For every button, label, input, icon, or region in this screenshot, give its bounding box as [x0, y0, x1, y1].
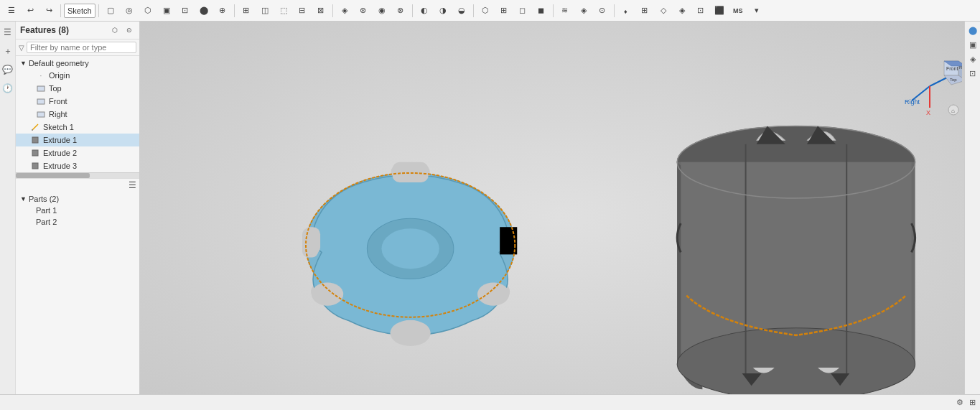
- tool-3[interactable]: ⬡: [139, 2, 157, 19]
- menu-btn[interactable]: ☰: [3, 2, 20, 19]
- scrollbar[interactable]: [16, 172, 139, 178]
- tool-7[interactable]: ⊕: [214, 2, 231, 19]
- undo-btn[interactable]: ↩: [22, 2, 39, 19]
- tool-10[interactable]: ⬚: [275, 2, 292, 19]
- divider-4: [332, 4, 333, 17]
- tool-2[interactable]: ◎: [121, 2, 138, 19]
- divider-2: [98, 4, 99, 17]
- filter-icon: ▽: [19, 44, 24, 52]
- tool-11[interactable]: ⊟: [294, 2, 311, 19]
- tree-item-part1[interactable]: Part 1: [16, 205, 139, 216]
- parts-section[interactable]: ▼ Parts (2): [16, 192, 139, 205]
- tree-item-extrude1[interactable]: Extrude 1: [16, 134, 139, 146]
- filter-input[interactable]: [27, 42, 136, 53]
- tool-26[interactable]: ⊙: [594, 2, 611, 19]
- tree-item-sketch1-label: Sketch 1: [43, 123, 74, 131]
- redo-btn[interactable]: ↪: [40, 2, 57, 19]
- tree-item-top[interactable]: Top: [16, 82, 139, 95]
- tool-30[interactable]: ◈: [673, 2, 691, 19]
- side-icon-add[interactable]: ＋: [1, 45, 14, 57]
- status-icon-2[interactable]: ⊞: [969, 398, 976, 407]
- status-bar: ⚙ ⊞: [0, 394, 980, 410]
- svg-text:Front: Front: [946, 66, 958, 71]
- divider-5: [412, 4, 413, 17]
- tool-13[interactable]: ◈: [336, 2, 353, 19]
- tool-24[interactable]: ≋: [556, 2, 574, 19]
- tree-item-extrude2[interactable]: Extrude 2: [16, 146, 139, 159]
- tool-33[interactable]: MS: [729, 2, 747, 19]
- plane-front-icon: [36, 96, 46, 106]
- svg-rect-6: [32, 163, 38, 169]
- tool-29[interactable]: ◇: [655, 2, 672, 19]
- tool-27[interactable]: ⬧: [617, 2, 635, 19]
- view-cube[interactable]: Z Right X Front Right Top: [897, 54, 962, 118]
- right-tool-2[interactable]: ▣: [967, 39, 979, 50]
- tree-item-extrude2-label: Extrude 2: [43, 149, 77, 157]
- tool-17[interactable]: ◐: [416, 2, 433, 19]
- extrude3-icon: [30, 161, 40, 171]
- tool-15[interactable]: ◉: [373, 2, 391, 19]
- main-toolbar: ☰ ↩ ↪ Sketch ▢ ◎ ⬡ ▣ ⊡ ⬤ ⊕ ⊞ ◫ ⬚ ⊟ ⊠ ◈ ⊛…: [0, 0, 980, 22]
- tool-8[interactable]: ⊞: [238, 2, 255, 19]
- svg-point-18: [312, 283, 343, 306]
- tool-20[interactable]: ⬡: [477, 2, 494, 19]
- tool-1[interactable]: ▢: [102, 2, 119, 19]
- tree-item-front[interactable]: Front: [16, 95, 139, 108]
- right-tool-1[interactable]: ⬤: [967, 24, 979, 36]
- right-tool-3[interactable]: ◈: [967, 53, 979, 65]
- tool-19[interactable]: ◒: [453, 2, 470, 19]
- main-area: ☰ ＋ 💬 🕐 Features (8) ⬡ ⊙ ▽: [0, 22, 980, 394]
- tool-12[interactable]: ⊠: [312, 2, 330, 19]
- tool-31[interactable]: ⊡: [692, 2, 709, 19]
- tool-28[interactable]: ⊞: [636, 2, 653, 19]
- feature-tree-settings[interactable]: ⊙: [123, 24, 135, 36]
- tree-item-part2[interactable]: Part 2: [16, 216, 139, 228]
- origin-icon: ·: [36, 70, 46, 80]
- side-icon-chat[interactable]: 💬: [1, 63, 14, 76]
- side-icon-menu[interactable]: ☰: [1, 26, 14, 39]
- feature-tree: Features (8) ⬡ ⊙ ▽ ▼ Default geometry: [16, 22, 139, 394]
- side-icon-clock[interactable]: 🕐: [1, 82, 14, 95]
- filter-row: ▽: [16, 39, 139, 56]
- svg-rect-0: [37, 86, 45, 91]
- feature-tree-expand[interactable]: ⬡: [109, 24, 121, 36]
- tool-25[interactable]: ◈: [575, 2, 592, 19]
- feature-tree-header: Features (8) ⬡ ⊙: [16, 22, 139, 39]
- tool-dropdown[interactable]: ▾: [748, 2, 765, 19]
- sketch-label[interactable]: Sketch: [64, 4, 95, 18]
- right-tool-4[interactable]: ⊡: [967, 67, 979, 79]
- tree-item-sketch1[interactable]: Sketch 1: [16, 121, 139, 134]
- sketch-icon: [30, 122, 40, 132]
- divider-3: [234, 4, 235, 17]
- tool-14[interactable]: ⊛: [355, 2, 372, 19]
- side-icons: ☰ ＋ 💬 🕐: [0, 22, 16, 394]
- tool-4[interactable]: ▣: [158, 2, 175, 19]
- tool-18[interactable]: ◑: [434, 2, 452, 19]
- tree-item-right-label: Right: [49, 110, 67, 118]
- tree-item-extrude3[interactable]: Extrude 3: [16, 159, 139, 172]
- tree-item-origin[interactable]: · Origin: [16, 69, 139, 82]
- tool-6[interactable]: ⬤: [195, 2, 213, 19]
- status-icon-1[interactable]: ⚙: [956, 398, 963, 407]
- tool-5[interactable]: ⊡: [177, 2, 194, 19]
- plane-right-icon: [36, 109, 46, 119]
- tool-22[interactable]: ◻: [514, 2, 531, 19]
- tool-16[interactable]: ⊗: [392, 2, 409, 19]
- tool-9[interactable]: ◫: [256, 2, 274, 19]
- divider-8: [614, 4, 615, 17]
- tool-21[interactable]: ⊞: [495, 2, 513, 19]
- list-icon[interactable]: ☰: [129, 180, 136, 190]
- svg-text:⌂: ⌂: [951, 108, 955, 114]
- tree-item-front-label: Front: [49, 97, 67, 106]
- default-geometry-section[interactable]: ▼ Default geometry: [16, 57, 139, 69]
- parts-label: Parts (2): [29, 195, 59, 203]
- svg-rect-15: [393, 162, 429, 182]
- viewport[interactable]: Z Right X Front Right Top: [140, 22, 980, 394]
- tree-item-right[interactable]: Right: [16, 108, 139, 121]
- tool-23[interactable]: ◼: [533, 2, 550, 19]
- svg-rect-1: [37, 99, 45, 104]
- tree-items: ▼ Default geometry · Origin Top: [16, 56, 139, 394]
- svg-text:X: X: [926, 109, 930, 116]
- svg-text:Right: Right: [905, 98, 920, 106]
- tool-32[interactable]: ⬛: [711, 2, 728, 19]
